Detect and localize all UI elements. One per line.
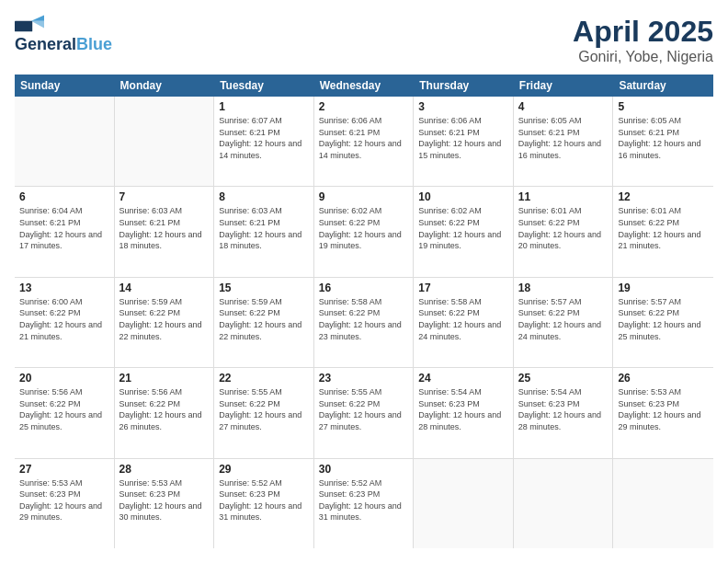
title-section: April 2025 Goniri, Yobe, Nigeria (573, 15, 713, 65)
calendar-cell: 19Sunrise: 5:57 AM Sunset: 6:22 PM Dayli… (613, 278, 713, 367)
calendar-header-cell: Monday (115, 75, 215, 97)
cell-info: Sunrise: 5:56 AM Sunset: 6:22 PM Dayligh… (119, 386, 210, 432)
calendar-cell: 15Sunrise: 5:59 AM Sunset: 6:22 PM Dayli… (214, 278, 314, 367)
calendar-cell: 20Sunrise: 5:56 AM Sunset: 6:22 PM Dayli… (15, 368, 115, 457)
calendar-cell: 9Sunrise: 6:02 AM Sunset: 6:22 PM Daylig… (314, 187, 415, 276)
calendar-cell: 28Sunrise: 5:53 AM Sunset: 6:23 PM Dayli… (115, 459, 215, 548)
calendar-cell: 11Sunrise: 6:01 AM Sunset: 6:22 PM Dayli… (514, 187, 614, 276)
logo-general: General (15, 35, 76, 54)
calendar-cell: 27Sunrise: 5:53 AM Sunset: 6:23 PM Dayli… (15, 459, 115, 548)
cell-info: Sunrise: 6:07 AM Sunset: 6:21 PM Dayligh… (219, 115, 309, 161)
cell-info: Sunrise: 5:58 AM Sunset: 6:22 PM Dayligh… (418, 296, 508, 342)
calendar-cell: 2Sunrise: 6:06 AM Sunset: 6:21 PM Daylig… (314, 97, 415, 186)
cell-info: Sunrise: 5:55 AM Sunset: 6:22 PM Dayligh… (219, 386, 309, 432)
cell-info: Sunrise: 6:06 AM Sunset: 6:21 PM Dayligh… (319, 115, 409, 161)
cell-info: Sunrise: 5:52 AM Sunset: 6:23 PM Dayligh… (319, 477, 409, 523)
calendar-header-cell: Wednesday (314, 75, 415, 97)
calendar-cell: 30Sunrise: 5:52 AM Sunset: 6:23 PM Dayli… (314, 459, 415, 548)
page-title: April 2025 (573, 15, 713, 49)
cell-info: Sunrise: 5:55 AM Sunset: 6:22 PM Dayligh… (319, 386, 409, 432)
calendar-row: 1Sunrise: 6:07 AM Sunset: 6:21 PM Daylig… (15, 97, 713, 187)
day-number: 3 (418, 100, 508, 113)
calendar-cell: 1Sunrise: 6:07 AM Sunset: 6:21 PM Daylig… (214, 97, 314, 186)
calendar-cell: 17Sunrise: 5:58 AM Sunset: 6:22 PM Dayli… (414, 278, 514, 367)
calendar-row: 20Sunrise: 5:56 AM Sunset: 6:22 PM Dayli… (15, 368, 713, 458)
calendar: SundayMondayTuesdayWednesdayThursdayFrid… (15, 75, 713, 548)
day-number: 10 (418, 190, 508, 203)
day-number: 5 (618, 100, 709, 113)
day-number: 28 (119, 463, 210, 476)
calendar-header-cell: Saturday (613, 75, 713, 97)
day-number: 6 (19, 190, 109, 203)
day-number: 4 (518, 100, 609, 113)
calendar-cell (115, 97, 215, 186)
day-number: 7 (119, 190, 210, 203)
page: General Blue April 2025 Goniri, Yobe, Ni… (0, 0, 728, 563)
cell-info: Sunrise: 6:05 AM Sunset: 6:21 PM Dayligh… (518, 115, 609, 161)
cell-info: Sunrise: 6:03 AM Sunset: 6:21 PM Dayligh… (219, 205, 309, 251)
cell-info: Sunrise: 6:06 AM Sunset: 6:21 PM Dayligh… (418, 115, 508, 161)
calendar-cell: 10Sunrise: 6:02 AM Sunset: 6:22 PM Dayli… (414, 187, 514, 276)
header: General Blue April 2025 Goniri, Yobe, Ni… (15, 15, 713, 65)
day-number: 30 (319, 463, 409, 476)
cell-info: Sunrise: 5:54 AM Sunset: 6:23 PM Dayligh… (518, 386, 609, 432)
calendar-cell (414, 459, 514, 548)
day-number: 11 (518, 190, 609, 203)
day-number: 27 (19, 463, 109, 476)
page-subtitle: Goniri, Yobe, Nigeria (573, 49, 713, 65)
calendar-cell (514, 459, 614, 548)
calendar-cell (15, 97, 115, 186)
day-number: 25 (518, 372, 609, 385)
cell-info: Sunrise: 6:02 AM Sunset: 6:22 PM Dayligh… (418, 205, 508, 251)
calendar-cell: 8Sunrise: 6:03 AM Sunset: 6:21 PM Daylig… (214, 187, 314, 276)
day-number: 21 (119, 372, 210, 385)
calendar-cell: 16Sunrise: 5:58 AM Sunset: 6:22 PM Dayli… (314, 278, 415, 367)
calendar-header-cell: Tuesday (214, 75, 314, 97)
day-number: 19 (618, 282, 709, 294)
calendar-cell: 18Sunrise: 5:57 AM Sunset: 6:22 PM Dayli… (514, 278, 614, 367)
cell-info: Sunrise: 5:59 AM Sunset: 6:22 PM Dayligh… (219, 296, 309, 342)
day-number: 20 (19, 372, 109, 385)
day-number: 2 (319, 100, 409, 113)
cell-info: Sunrise: 6:01 AM Sunset: 6:22 PM Dayligh… (518, 205, 609, 251)
calendar-cell: 29Sunrise: 5:52 AM Sunset: 6:23 PM Dayli… (214, 459, 314, 548)
cell-info: Sunrise: 6:02 AM Sunset: 6:22 PM Dayligh… (319, 205, 409, 251)
calendar-cell: 5Sunrise: 6:05 AM Sunset: 6:21 PM Daylig… (613, 97, 713, 186)
logo: General Blue (15, 15, 112, 54)
calendar-cell: 21Sunrise: 5:56 AM Sunset: 6:22 PM Dayli… (115, 368, 215, 457)
day-number: 13 (19, 282, 109, 294)
calendar-cell: 26Sunrise: 5:53 AM Sunset: 6:23 PM Dayli… (613, 368, 713, 457)
day-number: 15 (219, 282, 309, 294)
calendar-cell: 13Sunrise: 6:00 AM Sunset: 6:22 PM Dayli… (15, 278, 115, 367)
calendar-cell: 6Sunrise: 6:04 AM Sunset: 6:21 PM Daylig… (15, 187, 115, 276)
cell-info: Sunrise: 6:01 AM Sunset: 6:22 PM Dayligh… (618, 205, 709, 251)
calendar-cell: 24Sunrise: 5:54 AM Sunset: 6:23 PM Dayli… (414, 368, 514, 457)
calendar-row: 27Sunrise: 5:53 AM Sunset: 6:23 PM Dayli… (15, 459, 713, 548)
day-number: 12 (618, 190, 709, 203)
svg-marker-2 (31, 21, 44, 29)
calendar-row: 6Sunrise: 6:04 AM Sunset: 6:21 PM Daylig… (15, 187, 713, 277)
cell-info: Sunrise: 6:04 AM Sunset: 6:21 PM Dayligh… (19, 205, 109, 251)
cell-info: Sunrise: 5:59 AM Sunset: 6:22 PM Dayligh… (119, 296, 210, 342)
cell-info: Sunrise: 5:58 AM Sunset: 6:22 PM Dayligh… (319, 296, 409, 342)
logo-icon (15, 15, 44, 33)
day-number: 18 (518, 282, 609, 294)
cell-info: Sunrise: 5:57 AM Sunset: 6:22 PM Dayligh… (518, 296, 609, 342)
cell-info: Sunrise: 5:54 AM Sunset: 6:23 PM Dayligh… (418, 386, 508, 432)
cell-info: Sunrise: 6:03 AM Sunset: 6:21 PM Dayligh… (119, 205, 210, 251)
calendar-header-cell: Thursday (414, 75, 514, 97)
day-number: 22 (219, 372, 309, 385)
day-number: 9 (319, 190, 409, 203)
calendar-cell: 22Sunrise: 5:55 AM Sunset: 6:22 PM Dayli… (214, 368, 314, 457)
calendar-cell: 4Sunrise: 6:05 AM Sunset: 6:21 PM Daylig… (514, 97, 614, 186)
day-number: 29 (219, 463, 309, 476)
calendar-cell: 14Sunrise: 5:59 AM Sunset: 6:22 PM Dayli… (115, 278, 215, 367)
day-number: 8 (219, 190, 309, 203)
cell-info: Sunrise: 5:52 AM Sunset: 6:23 PM Dayligh… (219, 477, 309, 523)
day-number: 26 (618, 372, 709, 385)
calendar-header-cell: Sunday (15, 75, 115, 97)
calendar-cell: 3Sunrise: 6:06 AM Sunset: 6:21 PM Daylig… (414, 97, 514, 186)
cell-info: Sunrise: 5:53 AM Sunset: 6:23 PM Dayligh… (19, 477, 109, 523)
calendar-cell: 7Sunrise: 6:03 AM Sunset: 6:21 PM Daylig… (115, 187, 215, 276)
svg-marker-1 (31, 15, 44, 20)
